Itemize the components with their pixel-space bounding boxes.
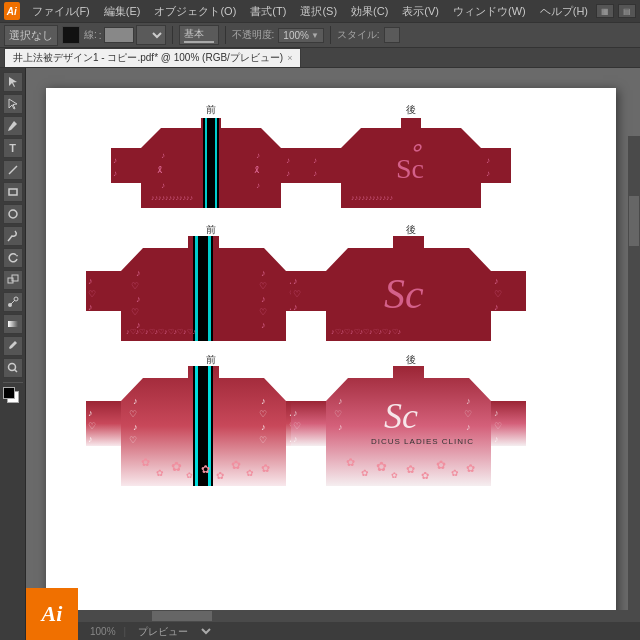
svg-line-11 — [14, 370, 17, 373]
zoom-level: 100% — [90, 626, 116, 637]
status-bar: 100% | プレビュー アウトライン — [26, 622, 640, 640]
svg-text:♪: ♪ — [261, 422, 266, 432]
tool-rect[interactable] — [3, 182, 23, 202]
v-scroll-thumb[interactable] — [629, 196, 639, 246]
svg-text:♪: ♪ — [261, 294, 266, 304]
tab-bar: 井上法被デザイン1 - コピー.pdf* @ 100% (RGB/プレビュー) … — [0, 48, 640, 68]
svg-rect-1 — [9, 189, 17, 195]
svg-text:♪: ♪ — [88, 276, 93, 286]
design-artwork: 前 後 ♪ 🎗 — [46, 88, 616, 623]
tab-close-btn[interactable]: × — [287, 53, 292, 63]
svg-text:♡: ♡ — [293, 289, 301, 299]
menu-select[interactable]: 選択(S) — [294, 2, 343, 21]
svg-text:♡: ♡ — [494, 421, 502, 431]
svg-text:♪: ♪ — [88, 434, 93, 444]
svg-text:♪: ♪ — [494, 302, 499, 312]
svg-text:♪: ♪ — [494, 408, 499, 418]
svg-text:♪: ♪ — [293, 276, 298, 286]
svg-text:Sc: Sc — [384, 396, 418, 436]
svg-text:後: 後 — [406, 224, 416, 235]
fill-color[interactable] — [62, 26, 80, 44]
svg-text:♪: ♪ — [256, 151, 260, 160]
svg-text:♡: ♡ — [494, 289, 502, 299]
svg-text:♪: ♪ — [133, 422, 138, 432]
svg-text:✿: ✿ — [156, 468, 164, 478]
svg-text:✿: ✿ — [406, 463, 415, 475]
divider-2 — [225, 26, 226, 44]
menu-object[interactable]: オブジェクト(O) — [148, 2, 242, 21]
svg-text:♪: ♪ — [293, 302, 298, 312]
tool-select[interactable] — [3, 72, 23, 92]
menu-window[interactable]: ウィンドウ(W) — [447, 2, 532, 21]
tool-pen[interactable] — [3, 116, 23, 136]
svg-rect-16 — [207, 118, 215, 208]
line-style[interactable]: 基本 — [179, 25, 219, 45]
svg-text:🎗: 🎗 — [156, 166, 164, 175]
panel-toggle-2[interactable]: ▤ — [618, 4, 636, 18]
svg-text:♪: ♪ — [261, 268, 266, 278]
svg-text:♡: ♡ — [334, 409, 342, 419]
svg-text:♡: ♡ — [259, 409, 267, 419]
svg-text:♪: ♪ — [256, 181, 260, 190]
svg-text:♪: ♪ — [286, 156, 290, 165]
svg-text:♪: ♪ — [161, 181, 165, 190]
svg-text:✿: ✿ — [216, 470, 224, 481]
h-scroll-thumb[interactable] — [152, 611, 212, 621]
svg-text:♪: ♪ — [136, 268, 141, 278]
menu-bar: Ai ファイル(F) 編集(E) オブジェクト(O) 書式(T) 選択(S) 効… — [0, 0, 640, 22]
style-swatch[interactable] — [384, 27, 400, 43]
tool-direct-select[interactable] — [3, 94, 23, 114]
svg-rect-39 — [198, 236, 208, 341]
stroke-color[interactable] — [104, 27, 134, 43]
svg-text:♪: ♪ — [338, 422, 343, 432]
svg-text:♪: ♪ — [313, 156, 317, 165]
vertical-scrollbar[interactable] — [628, 136, 640, 610]
document-tab[interactable]: 井上法被デザイン1 - コピー.pdf* @ 100% (RGB/プレビュー) … — [4, 48, 301, 67]
svg-text:✿: ✿ — [361, 468, 369, 478]
menu-edit[interactable]: 編集(E) — [98, 2, 147, 21]
horizontal-scrollbar[interactable] — [52, 610, 640, 622]
svg-text:♡: ♡ — [259, 281, 267, 291]
tool-blend[interactable] — [3, 292, 23, 312]
tool-rotate[interactable] — [3, 248, 23, 268]
main-area: T — [0, 68, 640, 640]
menu-format[interactable]: 書式(T) — [244, 2, 292, 21]
menu-file[interactable]: ファイル(F) — [26, 2, 96, 21]
svg-text:♪♪♪♪♪♪♪♪♪♪♪♪: ♪♪♪♪♪♪♪♪♪♪♪♪ — [151, 194, 193, 201]
svg-text:♪: ♪ — [313, 169, 317, 178]
svg-text:✿: ✿ — [466, 462, 475, 474]
menu-help[interactable]: ヘルプ(H) — [534, 2, 594, 21]
tool-eyedropper[interactable] — [3, 336, 23, 356]
svg-text:✿: ✿ — [391, 471, 398, 480]
svg-text:♡: ♡ — [129, 435, 137, 445]
menu-view[interactable]: 表示(V) — [396, 2, 445, 21]
tool-line[interactable] — [3, 160, 23, 180]
color-boxes[interactable] — [3, 387, 23, 407]
svg-text:♡: ♡ — [131, 307, 139, 317]
svg-text:♪: ♪ — [486, 156, 490, 165]
svg-text:後: 後 — [406, 104, 416, 115]
canvas-area[interactable]: 前 後 ♪ 🎗 — [26, 68, 640, 640]
svg-text:DICUS LADIES CLINIC: DICUS LADIES CLINIC — [371, 437, 474, 446]
panel-toggle-1[interactable]: ▦ — [596, 4, 614, 18]
tool-ellipse[interactable] — [3, 204, 23, 224]
svg-text:♪: ♪ — [466, 396, 471, 406]
toolbox: T — [0, 68, 26, 640]
tool-type[interactable]: T — [3, 138, 23, 158]
tool-gradient[interactable] — [3, 314, 23, 334]
menu-effect[interactable]: 効果(C) — [345, 2, 394, 21]
svg-text:♪: ♪ — [113, 169, 117, 178]
opacity-control[interactable]: 100% ▼ — [278, 28, 324, 43]
svg-text:前: 前 — [206, 104, 216, 115]
toolbar: 選択なし 線: : 基本 不透明度: 100% ▼ スタイル: — [0, 22, 640, 48]
svg-text:♪: ♪ — [261, 320, 266, 330]
tool-scale[interactable] — [3, 270, 23, 290]
toolbox-divider — [3, 382, 23, 383]
view-mode-select[interactable]: プレビュー アウトライン — [134, 625, 214, 638]
svg-text:✿: ✿ — [436, 458, 446, 472]
tool-zoom[interactable] — [3, 358, 23, 378]
stroke-width[interactable] — [136, 25, 166, 45]
svg-text:♡: ♡ — [88, 289, 96, 299]
svg-text:前: 前 — [206, 224, 216, 235]
tool-brush[interactable] — [3, 226, 23, 246]
